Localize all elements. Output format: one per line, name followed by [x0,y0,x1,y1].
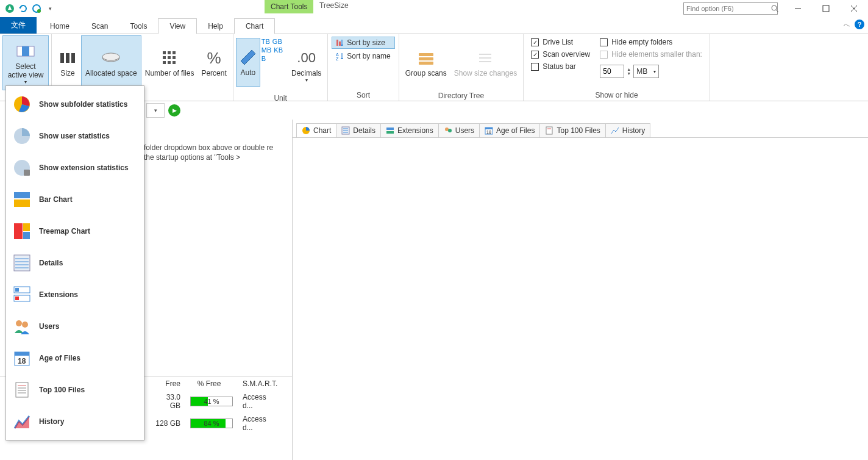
col-pfree[interactable]: % Free [185,377,233,390]
minimize-button[interactable] [784,0,812,17]
svg-rect-23 [168,61,171,64]
qat-dropdown-icon[interactable]: ▾ [45,4,55,13]
cell-free: 128 GB [149,417,185,430]
svg-rect-73 [485,128,493,129]
rtab-details[interactable]: Details [336,123,381,137]
pie-ext-icon [12,158,32,178]
go-button[interactable]: ▶ [168,104,180,117]
tab-file[interactable]: 文件 [0,17,37,34]
svg-rect-69 [386,131,394,134]
ext-icon [386,126,394,135]
rtab-users[interactable]: Users [438,123,480,137]
svg-rect-68 [386,128,394,130]
ribbon-tabs: 文件 Home Scan Tools View Help Chart へ ? [0,17,868,34]
rtab-age[interactable]: 18 Age of Files [479,123,540,137]
decimals-button[interactable]: .00 Decimals ▾ [288,38,325,93]
menu-treemap-chart[interactable]: Treemap Chart [6,215,144,247]
close-button[interactable] [840,0,868,17]
tab-chart[interactable]: Chart [234,18,275,34]
sort-by-name-button[interactable]: AZ Sort by name [332,50,394,62]
extensions-icon [12,285,32,304]
svg-rect-10 [22,46,29,56]
help-icon[interactable]: ? [855,20,864,29]
tab-home[interactable]: Home [39,19,80,34]
search-input[interactable] [686,5,770,12]
rtab-chart[interactable]: Chart [296,123,336,137]
rtab-extensions[interactable]: Extensions [380,123,439,137]
show-size-changes-button[interactable]: Show size changes [450,35,521,90]
menu-history[interactable]: History [6,406,144,437]
sort-size-icon [336,38,344,47]
rtab-history[interactable]: History [605,123,650,137]
rtab-top100[interactable]: Top 100 Files [539,123,605,137]
number-of-files-button[interactable]: Number of files [141,35,198,90]
svg-point-15 [102,53,119,60]
users-icon [12,317,32,336]
menu-extensions[interactable]: Extensions [6,279,144,311]
select-active-view-label: Select active view [7,62,44,79]
menu-details[interactable]: Details [6,247,144,279]
tab-scan[interactable]: Scan [80,19,119,34]
check-hide-empty-folders[interactable]: Hide empty folders [600,38,702,46]
svg-line-4 [776,10,778,12]
unit-b[interactable]: B [261,55,266,62]
col-free[interactable]: Free [149,377,185,390]
col-smart[interactable]: S.M.A.R.T. [233,377,276,390]
cell-pfree: 84 % [185,416,233,431]
svg-rect-43 [23,232,30,239]
menu-bar-chart[interactable]: Bar Chart [6,184,144,215]
hide-size-unit[interactable]: MB▾ [633,65,659,78]
svg-point-2 [37,9,41,13]
maximize-button[interactable] [812,0,840,17]
svg-rect-26 [339,41,341,46]
svg-point-53 [16,320,22,326]
unit-tb[interactable]: TB [261,38,270,45]
svg-point-71 [448,129,452,132]
unit-kb[interactable]: KB [274,46,283,54]
svg-rect-18 [173,51,176,54]
refresh-all-icon[interactable] [32,4,41,13]
svg-point-54 [22,322,28,328]
cal-small-icon: 18 [485,126,493,135]
hide-size-value[interactable] [600,65,624,78]
svg-rect-11 [60,53,64,63]
tab-help[interactable]: Help [197,19,234,34]
size-button[interactable]: Size [54,35,81,90]
menu-show-user-stats[interactable]: Show user statistics [6,120,144,152]
menu-users[interactable]: Users [6,311,144,342]
find-option-search[interactable] [683,2,778,15]
select-active-view-button[interactable]: Select active view ▾ [2,35,49,90]
allocated-space-button[interactable]: Allocated space [81,35,141,90]
details-icon [12,253,32,273]
svg-rect-42 [23,223,30,231]
check-status-bar[interactable]: Status bar [531,62,590,71]
check-drive-list[interactable]: ✓Drive List [531,38,590,46]
showhide-group-label: Show or hide [526,90,707,101]
hist-small-icon [611,126,619,135]
pie-icon [302,126,310,135]
svg-rect-20 [168,56,171,59]
unit-gb[interactable]: GB [272,38,282,45]
menu-show-subfolder-stats[interactable]: Show subfolder statistics [6,88,144,120]
svg-rect-19 [163,56,166,59]
svg-rect-12 [66,53,69,63]
unit-mb[interactable]: MB [261,46,272,54]
chevron-down-icon: ▾ [305,77,308,83]
menu-show-extension-stats[interactable]: Show extension statistics [6,152,144,184]
search-icon[interactable] [770,4,779,13]
spinner-icon[interactable]: ▲▼ [627,67,631,76]
path-dropdown-arrow[interactable]: ▾ [146,103,165,118]
collapse-ribbon-icon[interactable]: へ [844,21,850,29]
menu-top-100[interactable]: Top 100 Files [6,374,144,406]
percent-button[interactable]: % Percent [197,35,230,90]
tab-tools[interactable]: Tools [119,19,158,34]
tab-view[interactable]: View [158,18,197,34]
refresh-icon[interactable] [18,4,28,13]
group-scans-button[interactable]: Group scans [402,35,450,90]
svg-rect-39 [14,192,30,198]
check-scan-overview[interactable]: ✓Scan overview [531,50,590,59]
svg-rect-50 [15,288,19,292]
auto-unit-button[interactable]: Auto [236,38,260,87]
sort-by-size-button[interactable]: Sort by size [332,37,394,49]
menu-age-of-files[interactable]: 18 Age of Files [6,342,144,374]
